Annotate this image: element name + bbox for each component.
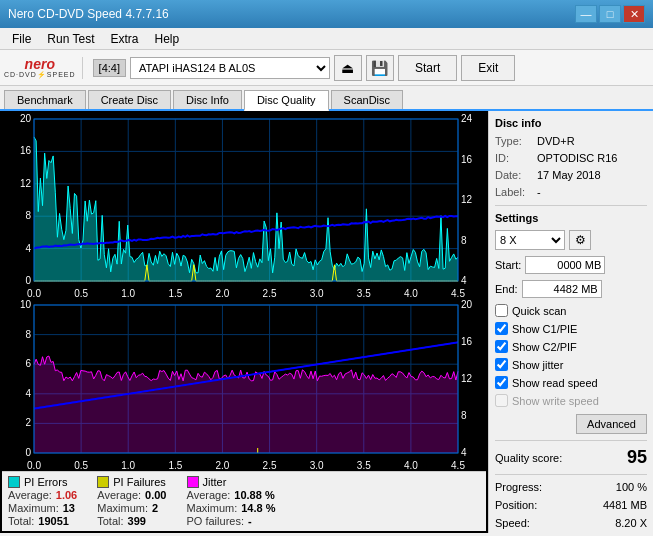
show-c2-label[interactable]: Show C2/PIF <box>512 341 577 353</box>
show-c2-row: Show C2/PIF <box>495 340 647 353</box>
speed-label-progress: Speed: <box>495 517 530 529</box>
eject-button[interactable]: ⏏ <box>334 55 362 81</box>
show-c1-row: Show C1/PIE <box>495 322 647 335</box>
start-button[interactable]: Start <box>398 55 457 81</box>
position-label: Position: <box>495 499 537 511</box>
show-c1-checkbox[interactable] <box>495 322 508 335</box>
menu-bar: File Run Test Extra Help <box>0 28 653 50</box>
right-panel: Disc info Type: DVD+R ID: OPTODISC R16 D… <box>488 111 653 533</box>
show-write-speed-checkbox <box>495 394 508 407</box>
show-jitter-label[interactable]: Show jitter <box>512 359 563 371</box>
window-title: Nero CD-DVD Speed 4.7.7.16 <box>8 7 575 21</box>
show-write-speed-row: Show write speed <box>495 394 647 407</box>
menu-run-test[interactable]: Run Test <box>39 30 102 48</box>
exit-button[interactable]: Exit <box>461 55 515 81</box>
quality-score: 95 <box>627 447 647 468</box>
position-row: Position: 4481 MB <box>495 499 647 511</box>
tab-disc-info[interactable]: Disc Info <box>173 90 242 109</box>
tab-benchmark[interactable]: Benchmark <box>4 90 86 109</box>
pi-failures-label: PI Failures <box>113 476 166 488</box>
tab-create-disc[interactable]: Create Disc <box>88 90 171 109</box>
pi-errors-label: PI Errors <box>24 476 67 488</box>
tab-bar: Benchmark Create Disc Disc Info Disc Qua… <box>0 86 653 111</box>
drive-dropdown[interactable]: ATAPI iHAS124 B AL0S <box>130 57 330 79</box>
speed-select[interactable]: 8 X Max 1 X 2 X 4 X 12 X 16 X <box>495 230 565 250</box>
pi-errors-color <box>8 476 20 488</box>
tab-scandisc[interactable]: ScanDisc <box>331 90 403 109</box>
minimize-button[interactable]: — <box>575 5 597 23</box>
legend-jitter: Jitter Average: 10.88 % Maximum: 14.8 % … <box>187 476 276 527</box>
end-label: End: <box>495 283 518 295</box>
advanced-button[interactable]: Advanced <box>576 414 647 434</box>
title-bar: Nero CD-DVD Speed 4.7.7.16 — □ ✕ <box>0 0 653 28</box>
menu-extra[interactable]: Extra <box>102 30 146 48</box>
menu-file[interactable]: File <box>4 30 39 48</box>
disc-label-row: Label: - <box>495 186 647 198</box>
drive-label: [4:4] <box>93 59 126 77</box>
settings-icon-button[interactable]: ⚙ <box>569 230 591 250</box>
drive-select-area: [4:4] ATAPI iHAS124 B AL0S <box>93 57 330 79</box>
end-row: End: <box>495 280 647 298</box>
show-jitter-checkbox[interactable] <box>495 358 508 371</box>
chart-area: PI Errors Average: 1.06 Maximum: 13 Tota… <box>0 111 488 533</box>
quality-header: Quality score: <box>495 452 562 464</box>
jitter-chart <box>2 299 486 471</box>
pie-chart <box>2 113 486 299</box>
close-button[interactable]: ✕ <box>623 5 645 23</box>
start-row: Start: <box>495 256 647 274</box>
position-value: 4481 MB <box>603 499 647 511</box>
tab-disc-quality[interactable]: Disc Quality <box>244 90 329 111</box>
legend-pi-failures: PI Failures Average: 0.00 Maximum: 2 Tot… <box>97 476 166 527</box>
quick-scan-label[interactable]: Quick scan <box>512 305 566 317</box>
jitter-label: Jitter <box>203 476 227 488</box>
show-read-speed-label[interactable]: Show read speed <box>512 377 598 389</box>
window-controls: — □ ✕ <box>575 5 645 23</box>
disc-id-row: ID: OPTODISC R16 <box>495 152 647 164</box>
disc-date-row: Date: 17 May 2018 <box>495 169 647 181</box>
quality-row: Quality score: 95 <box>495 447 647 468</box>
menu-help[interactable]: Help <box>147 30 188 48</box>
settings-header: Settings <box>495 212 647 224</box>
speed-row-progress: Speed: 8.20 X <box>495 517 647 529</box>
jitter-color <box>187 476 199 488</box>
quick-scan-checkbox[interactable] <box>495 304 508 317</box>
maximize-button[interactable]: □ <box>599 5 621 23</box>
end-input[interactable] <box>522 280 602 298</box>
legend-area: PI Errors Average: 1.06 Maximum: 13 Tota… <box>2 471 486 531</box>
disc-info-header: Disc info <box>495 117 647 129</box>
save-button[interactable]: 💾 <box>366 55 394 81</box>
main-content: PI Errors Average: 1.06 Maximum: 13 Tota… <box>0 111 653 533</box>
nero-logo: nero CD·DVD⚡SPEED <box>4 57 83 79</box>
speed-row: 8 X Max 1 X 2 X 4 X 12 X 16 X ⚙ <box>495 230 647 250</box>
speed-value-progress: 8.20 X <box>615 517 647 529</box>
show-read-speed-row: Show read speed <box>495 376 647 389</box>
progress-value: 100 % <box>616 481 647 493</box>
pi-failures-color <box>97 476 109 488</box>
show-write-speed-label: Show write speed <box>512 395 599 407</box>
show-c2-checkbox[interactable] <box>495 340 508 353</box>
toolbar: nero CD·DVD⚡SPEED [4:4] ATAPI iHAS124 B … <box>0 50 653 86</box>
legend-pi-errors: PI Errors Average: 1.06 Maximum: 13 Tota… <box>8 476 77 527</box>
start-label: Start: <box>495 259 521 271</box>
quick-scan-row: Quick scan <box>495 304 647 317</box>
show-c1-label[interactable]: Show C1/PIE <box>512 323 577 335</box>
disc-type-row: Type: DVD+R <box>495 135 647 147</box>
progress-row: Progress: 100 % <box>495 481 647 493</box>
show-jitter-row: Show jitter <box>495 358 647 371</box>
progress-label: Progress: <box>495 481 542 493</box>
start-input[interactable] <box>525 256 605 274</box>
show-read-speed-checkbox[interactable] <box>495 376 508 389</box>
